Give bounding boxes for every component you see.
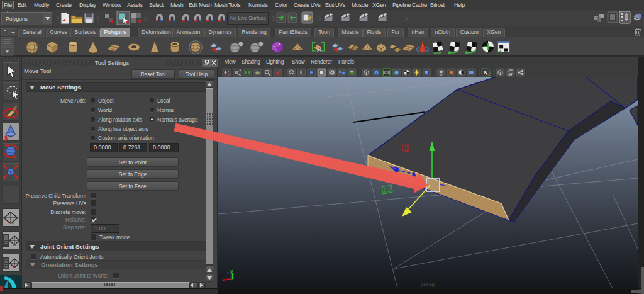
- svg-text:x: x: [222, 277, 225, 283]
- svg-text:y: y: [230, 268, 233, 274]
- svg-text:persp: persp: [421, 281, 435, 287]
- svg-text:T: T: [350, 71, 353, 75]
- svg-text:z: z: [227, 271, 230, 275]
